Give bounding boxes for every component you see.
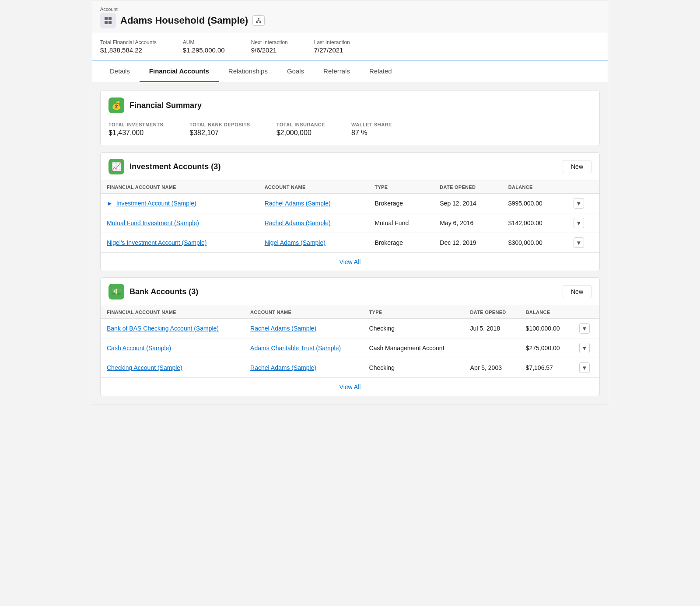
- investment-balance-cell-2: $300,000.00: [502, 233, 567, 253]
- investment-fin-name-link-0[interactable]: Investment Account (Sample): [116, 200, 196, 207]
- tab-relationships[interactable]: Relationships: [219, 61, 277, 82]
- bank-fin-name-cell-0: Bank of BAS Checking Account (Sample): [101, 319, 244, 338]
- summary-stat-label-0: TOTAL INVESTMENTS: [108, 122, 163, 127]
- investment-dropdown-btn-0[interactable]: ▼: [574, 198, 584, 209]
- bank-dropdown-btn-0[interactable]: ▼: [579, 323, 590, 334]
- investment-action-cell-0: ▼: [567, 194, 599, 213]
- stat-value-1: $1,295,000.00: [183, 46, 225, 54]
- financial-summary-header: 💰 Financial Summary: [101, 91, 599, 118]
- expand-icon[interactable]: ►: [107, 200, 113, 207]
- tab-related[interactable]: Related: [360, 61, 402, 82]
- investment-col-acc-name: ACCOUNT NAME: [259, 181, 369, 194]
- svg-rect-0: [105, 17, 108, 20]
- investment-table-row: ► Investment Account (Sample) Rachel Ada…: [101, 194, 599, 213]
- summary-stat-investments: TOTAL INVESTMENTS $1,437,000: [108, 122, 163, 137]
- bank-table-row: Cash Account (Sample) Adams Charitable T…: [101, 338, 599, 358]
- stat-value-2: 9/6/2021: [251, 46, 288, 54]
- investment-icon: 📈: [108, 159, 124, 174]
- investment-date-cell-2: Dec 12, 2019: [434, 233, 502, 253]
- stat-value-0: $1,838,584.22: [100, 46, 157, 54]
- svg-rect-4: [258, 18, 259, 19]
- bank-acc-name-cell-1: Adams Charitable Trust (Sample): [244, 338, 363, 358]
- investment-accounts-header-left: 📈 Investment Accounts (3): [108, 159, 220, 174]
- bank-acc-name-link-1[interactable]: Adams Charitable Trust (Sample): [250, 345, 341, 352]
- bank-icon: 💵: [108, 284, 124, 300]
- summary-stat-value-2: $2,000,000: [276, 129, 325, 137]
- summary-stat-value-3: 87 %: [351, 129, 392, 137]
- bank-fin-name-link-0[interactable]: Bank of BAS Checking Account (Sample): [107, 325, 219, 332]
- bank-date-cell-1: [464, 338, 520, 358]
- account-title: Adams Household (Sample): [120, 15, 248, 26]
- stats-bar: Total Financial Accounts $1,838,584.22 A…: [92, 33, 608, 61]
- investment-acc-name-link-2[interactable]: Nigel Adams (Sample): [265, 239, 326, 246]
- money-bag-icon: 💰: [112, 101, 121, 110]
- investment-acc-name-cell-1: Rachel Adams (Sample): [259, 213, 369, 233]
- investment-view-all-link[interactable]: View All: [340, 258, 361, 265]
- investment-col-balance: BALANCE: [502, 181, 567, 194]
- summary-stat-label-2: TOTAL INSURANCE: [276, 122, 325, 127]
- account-icon: [100, 13, 116, 28]
- investment-dropdown-btn-1[interactable]: ▼: [574, 218, 584, 228]
- investment-balance-cell-0: $995,000.00: [502, 194, 567, 213]
- investment-col-date: DATE OPENED: [434, 181, 502, 194]
- investment-col-actions: [567, 181, 599, 194]
- bank-acc-name-link-0[interactable]: Rachel Adams (Sample): [250, 325, 316, 332]
- hierarchy-button[interactable]: [252, 15, 265, 26]
- svg-rect-2: [105, 21, 108, 24]
- investment-type-cell-1: Mutual Fund: [368, 213, 434, 233]
- investment-acc-name-link-0[interactable]: Rachel Adams (Sample): [265, 200, 331, 207]
- bank-fin-name-link-1[interactable]: Cash Account (Sample): [107, 345, 171, 352]
- bank-col-actions: [573, 306, 599, 319]
- bank-accounts-new-button[interactable]: New: [563, 285, 592, 298]
- bank-dropdown-btn-1[interactable]: ▼: [579, 343, 590, 353]
- investment-action-cell-1: ▼: [567, 213, 599, 233]
- stat-last-interaction: Last Interaction 7/27/2021: [314, 39, 350, 54]
- investment-accounts-card: 📈 Investment Accounts (3) New FINANCIAL …: [100, 152, 600, 271]
- financial-summary-title: Financial Summary: [130, 101, 202, 110]
- investment-fin-name-cell-1: Mutual Fund Investment (Sample): [101, 213, 259, 233]
- investment-table-row: Nigel's Investment Account (Sample) Nige…: [101, 233, 599, 253]
- tab-financial-accounts[interactable]: Financial Accounts: [140, 61, 219, 82]
- tab-bar: Details Financial Accounts Relationships…: [92, 61, 608, 82]
- bank-fin-name-link-2[interactable]: Checking Account (Sample): [107, 364, 182, 371]
- tab-details[interactable]: Details: [100, 61, 140, 82]
- bank-dropdown-btn-2[interactable]: ▼: [579, 362, 590, 373]
- svg-rect-1: [108, 17, 112, 20]
- bank-table-row: Checking Account (Sample) Rachel Adams (…: [101, 358, 599, 378]
- bank-view-all-link[interactable]: View All: [340, 383, 361, 390]
- tab-goals[interactable]: Goals: [277, 61, 314, 82]
- summary-stat-wallet-share: WALLET SHARE 87 %: [351, 122, 392, 137]
- bank-col-acc-name: ACCOUNT NAME: [244, 306, 363, 319]
- bank-balance-cell-1: $275,000.00: [520, 338, 573, 358]
- investment-acc-name-link-1[interactable]: Rachel Adams (Sample): [265, 219, 331, 226]
- bank-fin-name-cell-1: Cash Account (Sample): [101, 338, 244, 358]
- money-icon: 💵: [112, 287, 121, 296]
- investment-fin-name-link-1[interactable]: Mutual Fund Investment (Sample): [107, 219, 199, 226]
- bank-acc-name-link-2[interactable]: Rachel Adams (Sample): [250, 364, 316, 371]
- investment-accounts-header: 📈 Investment Accounts (3) New: [101, 153, 599, 181]
- investment-dropdown-btn-2[interactable]: ▼: [574, 237, 584, 248]
- bank-acc-name-cell-0: Rachel Adams (Sample): [244, 319, 363, 338]
- bank-balance-cell-0: $100,000.00: [520, 319, 573, 338]
- bank-type-cell-0: Checking: [363, 319, 464, 338]
- bank-type-cell-2: Checking: [363, 358, 464, 378]
- bank-table-row: Bank of BAS Checking Account (Sample) Ra…: [101, 319, 599, 338]
- financial-summary-icon: 💰: [108, 98, 124, 113]
- investment-balance-cell-1: $142,000.00: [502, 213, 567, 233]
- bank-action-cell-0: ▼: [573, 319, 599, 338]
- stat-label-2: Next Interaction: [251, 39, 288, 45]
- bank-fin-name-cell-2: Checking Account (Sample): [101, 358, 244, 378]
- bank-col-type: TYPE: [363, 306, 464, 319]
- investment-accounts-new-button[interactable]: New: [563, 160, 592, 173]
- investment-col-type: TYPE: [368, 181, 434, 194]
- bank-col-date: DATE OPENED: [464, 306, 520, 319]
- investment-type-cell-2: Brokerage: [368, 233, 434, 253]
- investment-fin-name-cell-0: ► Investment Account (Sample): [101, 194, 259, 213]
- tab-referrals[interactable]: Referrals: [314, 61, 360, 82]
- investment-fin-name-link-2[interactable]: Nigel's Investment Account (Sample): [107, 239, 206, 246]
- investment-view-all-row: View All: [101, 253, 599, 271]
- summary-stat-value-0: $1,437,000: [108, 129, 163, 137]
- summary-stat-label-3: WALLET SHARE: [351, 122, 392, 127]
- bank-action-cell-2: ▼: [573, 358, 599, 378]
- account-label: Account: [100, 7, 600, 12]
